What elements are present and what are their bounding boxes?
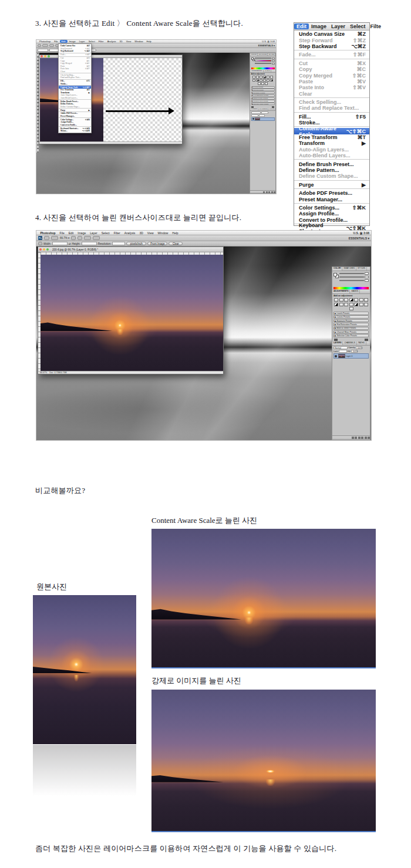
menu-item-content-aware-scale[interactable]: Content-Aware Scale⌥⇧⌘C xyxy=(294,128,369,134)
menubar-item-3d[interactable]: 3D xyxy=(118,40,124,43)
panel-tab-swatches[interactable]: SWATCHES xyxy=(258,53,268,56)
menu-item-undo-canvas-size[interactable]: Undo Canvas Size⌘Z xyxy=(294,31,369,37)
fg-bg-color-swatch[interactable] xyxy=(333,273,339,278)
adjustment-icon[interactable] xyxy=(270,76,273,79)
menu-item-copy[interactable]: Copy⌘C xyxy=(294,66,369,72)
menubar-item-select[interactable]: Select xyxy=(87,40,97,43)
menubar-item-image[interactable]: Image xyxy=(68,40,78,43)
panel-tab-layers[interactable]: LAYERS xyxy=(250,108,258,110)
tool-icon[interactable] xyxy=(38,44,41,47)
panel-tab-color[interactable]: COLOR xyxy=(332,267,342,271)
menu-item-define-brush-preset-[interactable]: Define Brush Preset... xyxy=(294,161,369,167)
panel-tab-color[interactable]: COLOR xyxy=(250,53,258,56)
zoom-window-icon[interactable] xyxy=(48,55,50,58)
menubar-item-view[interactable]: View xyxy=(124,40,133,43)
screen-mode-icon[interactable] xyxy=(93,236,100,240)
hand-tool-icon[interactable] xyxy=(71,236,76,240)
view-extras-icon[interactable] xyxy=(51,236,58,240)
opacity-field[interactable]: 100% xyxy=(356,346,362,349)
menubar-item-filte[interactable]: Filte xyxy=(368,23,384,29)
preset-row-levels-presets[interactable]: ▶Levels Presets xyxy=(251,86,275,89)
menu-item-paste-into[interactable]: Paste Into⇧⌘V xyxy=(294,85,369,90)
front-image-button[interactable]: Front Image xyxy=(147,242,167,246)
minimize-icon[interactable] xyxy=(43,248,45,251)
menubar-item-photoshop[interactable]: Photoshop xyxy=(38,231,58,235)
adjustment-icon[interactable] xyxy=(256,76,259,79)
menubar-item-help[interactable]: Help xyxy=(145,40,153,43)
yellow-slider[interactable] xyxy=(339,280,364,282)
workspace-switcher[interactable]: ESSENTIALS ▾ xyxy=(258,44,275,47)
menu-item-adobe-pdf-presets-[interactable]: Adobe PDF Presets... xyxy=(294,190,369,196)
layer-visibility-icon[interactable] xyxy=(335,355,337,357)
adjustment-icon[interactable] xyxy=(359,298,363,302)
adjustment-icon[interactable] xyxy=(260,79,262,82)
panel-tab-masks[interactable]: MASKS xyxy=(350,290,360,293)
yellow-slider[interactable] xyxy=(255,63,271,65)
menu-item-step-backward[interactable]: Step Backward⌥⌘Z xyxy=(294,43,369,49)
menu-item-transform[interactable]: Transform▶ xyxy=(294,140,369,146)
zoom-level[interactable]: 66.7% ▾ xyxy=(60,237,69,239)
cyan-slider[interactable] xyxy=(255,58,271,59)
color-spectrum-bar[interactable] xyxy=(333,287,369,289)
adjustment-icon[interactable] xyxy=(344,303,348,306)
magenta-slider[interactable] xyxy=(255,60,271,62)
adjustment-icon[interactable] xyxy=(263,76,266,79)
close-icon[interactable] xyxy=(41,55,43,58)
menubar-item-analysis[interactable]: Analysis xyxy=(106,40,118,43)
panel-tab-styles[interactable]: STYLES xyxy=(268,53,275,56)
zoom-tool-icon[interactable] xyxy=(78,236,82,240)
menu-item-copy-merged[interactable]: Copy Merged⇧⌘C xyxy=(294,72,369,78)
menubar-item-help[interactable]: Help xyxy=(170,231,180,235)
zoom-window-icon[interactable] xyxy=(46,248,49,251)
menubar-item-select[interactable]: Select xyxy=(99,231,112,235)
resolution-unit-select[interactable]: pixels/inch xyxy=(126,242,146,246)
adjustment-icon[interactable] xyxy=(349,303,353,306)
width-field[interactable] xyxy=(38,49,48,52)
bridge-icon[interactable] xyxy=(44,236,49,240)
menubar-item-filter[interactable]: Filter xyxy=(97,40,106,43)
preset-row-channel-mixer-presets[interactable]: ▶Channel Mixer Presets xyxy=(333,330,369,334)
menu-item-step-forward[interactable]: Step Forward⇧⌘Z xyxy=(294,37,369,43)
height-field[interactable] xyxy=(82,242,97,245)
menubar-item-file[interactable]: File xyxy=(52,40,59,43)
adjustment-icon[interactable] xyxy=(270,79,273,82)
menu-item-content-aware-scale[interactable]: Content-Aware Scale⌥⇧⌘C xyxy=(59,86,91,89)
menu-item-fill-[interactable]: Fill...⇧F5 xyxy=(294,114,369,120)
adjustment-icon[interactable] xyxy=(256,79,259,82)
menu-item-preset-manager-[interactable]: Preset Manager... xyxy=(294,196,369,202)
panel-tab-channels[interactable]: CHANNELS xyxy=(258,108,268,110)
magenta-slider[interactable] xyxy=(339,276,364,278)
menu-item-auto-align-layers-[interactable]: Auto-Align Layers... xyxy=(294,147,369,153)
preset-row-exposure-presets[interactable]: ▶Exposure Presets xyxy=(251,92,275,94)
adjustment-icon[interactable] xyxy=(344,298,348,302)
menubar-item-image[interactable]: Image xyxy=(76,231,88,235)
menu-item-menus-[interactable]: Menus...⌥⇧⌘M xyxy=(59,130,91,133)
menubar-item-image[interactable]: Image xyxy=(309,23,329,29)
menu-item-define-pattern-[interactable]: Define Pattern... xyxy=(294,167,369,173)
lock-buttons[interactable] xyxy=(251,114,258,117)
panel-tab-layers[interactable]: LAYERS xyxy=(332,342,343,345)
adjustment-icon[interactable] xyxy=(354,298,358,302)
preset-row-curves-presets[interactable]: ▶Curves Presets xyxy=(333,315,369,319)
menu-item-free-transform[interactable]: Free Transform⌘T xyxy=(294,134,369,140)
panel-tab-adjustments[interactable]: ADJUSTMENTS xyxy=(332,290,350,293)
adjustment-icon[interactable] xyxy=(252,79,255,82)
adjustment-icon[interactable] xyxy=(364,303,368,306)
menu-item-paste[interactable]: Paste⌘V xyxy=(294,79,369,85)
blend-mode-select[interactable]: Normal xyxy=(333,346,348,349)
preset-row-selective-color-presets[interactable]: ▶Selective Color Presets xyxy=(251,103,275,105)
menu-item-auto-blend-layers-[interactable]: Auto-Blend Layers... xyxy=(294,153,369,158)
blend-mode-select[interactable] xyxy=(251,112,261,114)
menu-item-assign-profile-[interactable]: Assign Profile... xyxy=(294,211,369,217)
menubar-item-edit[interactable]: Edit xyxy=(294,23,309,29)
close-icon[interactable] xyxy=(39,248,42,251)
menu-item-color-settings-[interactable]: Color Settings...⇧⌘K xyxy=(294,205,369,211)
adjustment-icon[interactable] xyxy=(258,82,261,85)
adjustment-icon[interactable] xyxy=(265,82,268,85)
cyan-slider[interactable] xyxy=(339,273,364,275)
menu-item-clear[interactable]: Clear xyxy=(294,91,369,97)
clear-button[interactable]: Clear xyxy=(169,242,183,246)
adjustment-icon[interactable] xyxy=(263,79,266,82)
menu-item-find-and-replace-text-[interactable]: Find and Replace Text... xyxy=(294,105,369,111)
fill-field[interactable]: 100% xyxy=(351,350,358,353)
